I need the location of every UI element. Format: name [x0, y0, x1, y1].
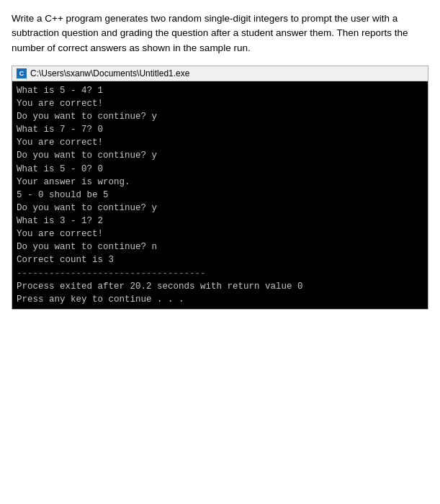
- terminal-line-6: Do you want to continue? y: [17, 150, 157, 161]
- terminal-line-8: Your answer is wrong.: [17, 177, 130, 187]
- terminal-line-10: Do you want to continue? y: [17, 203, 157, 213]
- terminal-line-5: You are correct!: [17, 138, 103, 148]
- terminal-press-line: Press any key to continue . . .: [17, 294, 184, 305]
- terminal-line-3: Do you want to continue? y: [17, 112, 157, 122]
- terminal-line-12: You are correct!: [17, 229, 103, 239]
- title-bar: C C:\Users\sxanw\Documents\Untitled1.exe: [12, 66, 428, 81]
- terminal-icon: C: [17, 68, 27, 78]
- terminal-line-13: Do you want to continue? n: [17, 242, 157, 252]
- terminal-body: What is 5 - 4? 1 You are correct! Do you…: [12, 81, 428, 309]
- terminal-line-2: You are correct!: [17, 99, 103, 109]
- terminal-line-11: What is 3 - 1? 2: [17, 216, 103, 226]
- title-bar-path: C:\Users\sxanw\Documents\Untitled1.exe: [30, 68, 189, 78]
- terminal-line-1: What is 5 - 4? 1: [17, 86, 103, 96]
- terminal-exit-line: Process exited after 20.2 seconds with r…: [17, 282, 303, 292]
- terminal-line-9: 5 - 0 should be 5: [17, 190, 109, 200]
- terminal-container: C C:\Users\sxanw\Documents\Untitled1.exe…: [12, 66, 428, 310]
- description-text: Write a C++ program generates two random…: [12, 12, 428, 55]
- terminal-line-4: What is 7 - 7? 0: [17, 125, 103, 135]
- terminal-line-7: What is 5 - 0? 0: [17, 164, 103, 174]
- terminal-divider: -----------------------------------: [17, 269, 206, 279]
- terminal-line-14: Correct count is 3: [17, 255, 114, 265]
